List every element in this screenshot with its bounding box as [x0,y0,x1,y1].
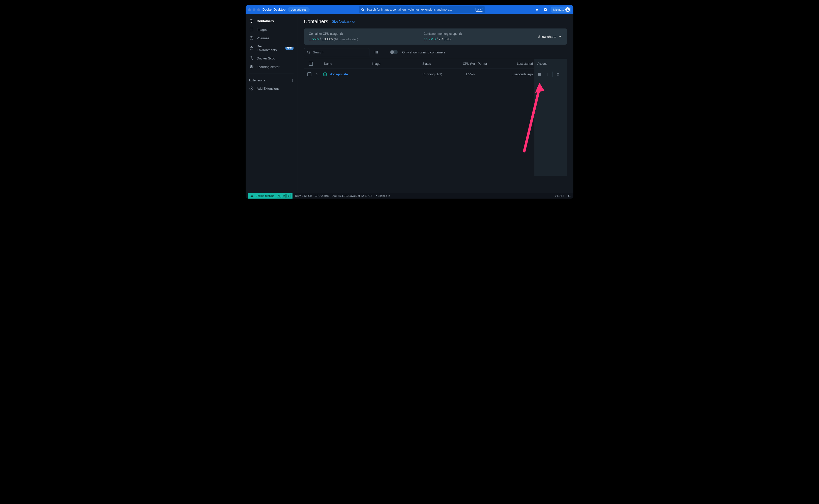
delete-button[interactable] [555,71,561,78]
plus-circle-icon [249,86,254,91]
svg-point-7 [292,79,292,79]
sidebar-item-label: Volumes [257,36,269,40]
global-search[interactable]: Search for images, containers, volumes, … [359,6,485,13]
learning-icon [249,65,254,69]
svg-line-21 [309,53,310,54]
svg-rect-22 [375,51,375,54]
sidebar-item-images[interactable]: Images [245,25,297,34]
col-last-started[interactable]: Last started [502,62,534,66]
window-controls[interactable] [248,8,260,11]
row-cpu: 1.55% [456,72,476,76]
row-expand-chevron[interactable] [315,73,322,76]
svg-rect-25 [538,73,541,76]
traffic-min[interactable] [253,8,255,11]
trash-icon [556,73,560,76]
sidebar-item-label: Docker Scout [257,56,276,60]
mem-usage-label: Container memory usage [424,32,458,36]
sidebar-item-label: Learning center [257,65,279,69]
traffic-close[interactable] [248,8,251,11]
settings-icon[interactable] [543,7,549,13]
svg-point-9 [292,81,292,81]
col-cpu[interactable]: CPU (%) [456,62,476,66]
cpu-usage-hint: (10 cores allocated) [334,38,358,41]
give-feedback-link[interactable]: Give feedback [332,20,355,23]
extensions-menu-icon[interactable] [290,79,294,82]
stats-card: Container CPU usage 1.55% / 1000% (10 co… [304,28,567,45]
search-shortcut: ⌘K [476,8,483,12]
table-search-input[interactable]: Search [304,48,369,56]
feedback-icon [352,20,355,23]
select-all-checkbox[interactable] [309,62,313,66]
vertical-dots-icon [546,73,549,76]
bell-icon[interactable] [568,194,571,198]
container-icon [249,19,254,23]
cpu-usage-total: 1000% [322,37,333,41]
whale-icon [250,194,254,197]
svg-rect-3 [250,28,253,31]
status-disk: Disk 55.11 GB avail. of 62.67 GB [331,194,372,197]
plug-icon [375,195,377,197]
svg-point-33 [288,196,289,196]
engine-menu[interactable] [286,194,290,198]
svg-point-19 [461,33,461,33]
table-row[interactable]: docs-private Running (1/1) 1.55% 6 secon… [304,69,567,80]
engine-play-pause[interactable] [277,194,281,198]
running-only-label: Only show running containers [402,50,445,54]
svg-point-28 [547,75,548,76]
devenv-icon [249,46,254,50]
col-ports[interactable]: Port(s) [476,62,502,66]
columns-toggle-button[interactable] [374,50,378,54]
account-name: kristap… [553,8,564,11]
col-status[interactable]: Status [421,62,456,66]
status-cpu: CPU 2.49% [315,194,329,197]
chevron-right-icon [315,73,318,76]
running-only-toggle[interactable] [390,50,397,54]
traffic-max[interactable] [257,8,260,11]
svg-point-0 [361,8,363,10]
chevron-down-icon [558,35,562,39]
row-menu-button[interactable] [544,71,551,78]
svg-point-16 [341,33,342,33]
row-status: Running (1/1) [421,72,456,76]
show-charts-toggle[interactable]: Show charts [538,35,562,39]
stop-button[interactable] [536,71,543,78]
row-checkbox[interactable] [307,72,311,76]
row-last-started: 6 seconds ago [502,72,534,76]
svg-point-26 [547,73,548,73]
sidebar-item-containers[interactable]: Containers [245,17,297,25]
bug-icon[interactable] [534,7,540,13]
svg-point-20 [307,51,310,53]
engine-power[interactable] [282,194,286,198]
svg-rect-13 [352,21,355,22]
account-menu[interactable]: kristap… [551,7,571,13]
sidebar-item-learning[interactable]: Learning center [245,62,297,71]
info-icon[interactable] [459,32,462,36]
sidebar-item-dev-env[interactable]: Dev Environments BETA [245,42,297,54]
col-name[interactable]: Name [322,62,370,66]
images-icon [249,27,254,32]
svg-point-27 [547,74,548,74]
page-title: Containers [304,19,328,24]
col-image[interactable]: Image [370,62,421,66]
upgrade-plan-button[interactable]: Upgrade plan [288,7,310,12]
stop-icon [538,73,541,76]
add-extensions-label: Add Extensions [257,87,279,90]
container-name-link[interactable]: docs-private [330,72,348,76]
stack-icon [322,72,327,77]
svg-rect-23 [376,51,377,54]
volumes-icon [249,36,254,40]
search-icon [306,50,310,54]
sidebar-item-volumes[interactable]: Volumes [245,34,297,42]
sidebar-item-scout[interactable]: Docker Scout [245,54,297,62]
svg-point-5 [251,58,252,59]
beta-badge: BETA [285,47,293,50]
search-placeholder: Search for images, containers, volumes, … [366,8,452,11]
mem-usage-value: 65.2MB [424,37,436,41]
add-extensions-button[interactable]: Add Extensions [245,84,297,93]
info-icon[interactable] [340,32,343,36]
svg-rect-30 [279,195,280,197]
engine-status[interactable]: Engine running [248,193,292,199]
svg-point-8 [292,80,292,80]
columns-icon [374,50,378,54]
status-ram: RAM 1.55 GB [295,194,312,197]
